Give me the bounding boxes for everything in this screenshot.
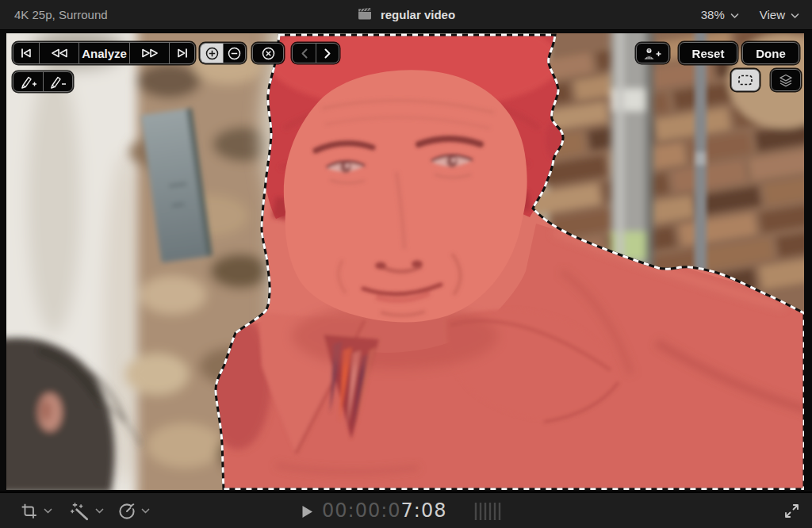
done-button[interactable]: Done xyxy=(742,42,799,64)
chevron-down-icon xyxy=(730,8,739,21)
retime-menu[interactable] xyxy=(117,502,136,521)
mask-add-button[interactable] xyxy=(201,44,223,63)
mask-cancel-button[interactable] xyxy=(252,43,284,63)
skip-start-button[interactable] xyxy=(13,43,39,63)
scrub-ticks-icon[interactable] xyxy=(474,501,504,522)
done-label: Done xyxy=(756,47,786,60)
reset-button[interactable]: Reset xyxy=(679,42,737,64)
draw-add-icon xyxy=(20,75,37,89)
viewer-header: 4K 25p, Surround regular video 38% View xyxy=(0,0,812,30)
add-subtract-group xyxy=(200,43,246,63)
next-icon xyxy=(322,48,333,59)
layers-icon xyxy=(779,74,793,87)
chevron-down-icon xyxy=(95,508,104,515)
zoom-level-menu[interactable]: 38% xyxy=(701,8,739,21)
add-circle-icon xyxy=(205,47,219,60)
marquee-icon xyxy=(737,74,753,86)
analyze-label: Analyze xyxy=(82,47,127,60)
analyze-forward-button[interactable] xyxy=(129,43,169,63)
marquee-mode-button[interactable] xyxy=(731,69,760,91)
skip-end-icon xyxy=(175,48,190,59)
trim-menu[interactable] xyxy=(21,503,38,520)
fullscreen-button[interactable] xyxy=(784,503,799,518)
video-canvas[interactable]: Analyze xyxy=(6,33,804,490)
cancel-circle-icon xyxy=(262,47,275,60)
play-button[interactable] xyxy=(301,505,313,518)
enhance-menu[interactable] xyxy=(70,501,90,522)
draw-stroke-group xyxy=(13,71,73,92)
frame-step-group xyxy=(292,43,339,63)
viewer-footer: 00:00:07:08 xyxy=(0,492,812,528)
trim-icon xyxy=(21,503,38,520)
analyze-backward-button[interactable] xyxy=(39,43,79,63)
retime-icon xyxy=(117,502,136,521)
zoom-level-value: 38% xyxy=(701,8,725,21)
add-person-mask-icon xyxy=(643,48,662,59)
skip-end-button[interactable] xyxy=(169,43,194,63)
fast-forward-icon xyxy=(140,48,159,59)
add-person-mask-button[interactable] xyxy=(636,43,669,63)
fullscreen-icon xyxy=(784,503,799,518)
draw-subtract-button[interactable] xyxy=(43,72,72,91)
analyze-button[interactable]: Analyze xyxy=(79,43,129,63)
layers-mode-button[interactable] xyxy=(771,69,801,91)
reset-label: Reset xyxy=(692,47,725,60)
timecode-bright: 7:08 xyxy=(401,499,447,522)
chevron-down-icon xyxy=(791,8,799,21)
view-menu[interactable]: View xyxy=(760,8,799,21)
timecode[interactable]: 00:00:07:08 xyxy=(322,499,446,522)
play-icon xyxy=(301,505,313,518)
chevron-down-icon xyxy=(44,508,52,515)
prev-stroke-button[interactable] xyxy=(293,44,316,63)
enhance-icon xyxy=(70,501,90,522)
clip-title: regular video xyxy=(381,8,455,21)
chevron-down-icon xyxy=(141,508,150,515)
viewer-window: 4K 25p, Surround regular video 38% View xyxy=(0,0,812,528)
mask-subtract-button[interactable] xyxy=(223,44,245,63)
pipe xyxy=(611,33,653,279)
draw-add-button[interactable] xyxy=(13,72,43,91)
skip-start-icon xyxy=(19,48,33,59)
prev-icon xyxy=(299,48,310,59)
view-label: View xyxy=(760,8,785,21)
timecode-dim: 00:00:0 xyxy=(322,499,401,522)
next-stroke-button[interactable] xyxy=(316,44,339,63)
video-frame xyxy=(6,33,804,490)
clip-title-group: regular video xyxy=(0,7,812,23)
analyze-transport-group: Analyze xyxy=(13,42,195,64)
draw-subtract-icon xyxy=(49,75,67,89)
clapper-icon xyxy=(357,7,373,23)
subtract-circle-icon xyxy=(228,47,241,60)
rewind-icon xyxy=(50,48,69,59)
